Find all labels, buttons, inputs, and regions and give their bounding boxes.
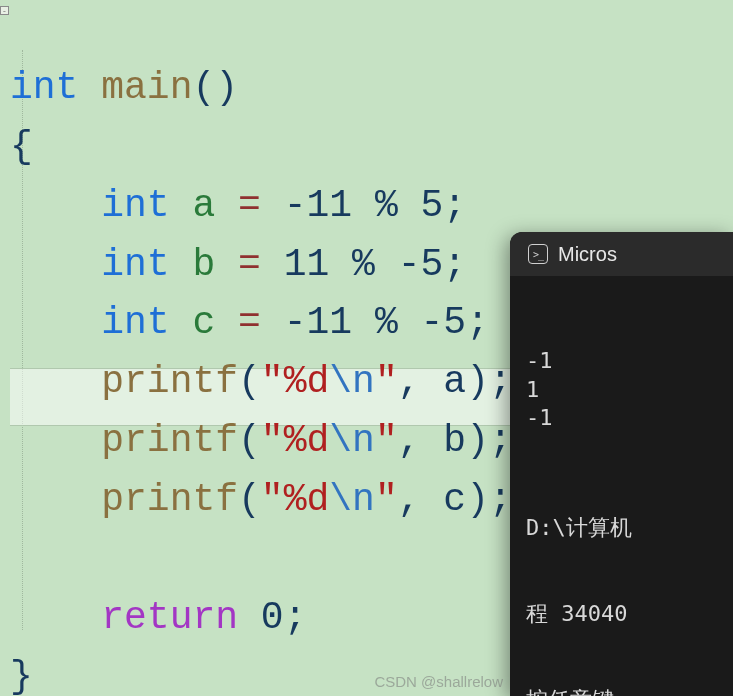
terminal-prompt: 按任意键 [526, 686, 717, 696]
comma: , [398, 360, 444, 403]
string-quote: " [261, 360, 284, 403]
comma: , [398, 419, 444, 462]
keyword-int: int [101, 184, 169, 227]
keyword-int: int [101, 243, 169, 286]
semicolon: ; [443, 184, 466, 227]
argument: c [443, 478, 466, 521]
string-quote: " [375, 419, 398, 462]
operator: = [215, 184, 283, 227]
terminal-titlebar[interactable]: Micros [510, 232, 733, 276]
escape-sequence: \n [329, 419, 375, 462]
semicolon: ; [466, 301, 489, 344]
terminal-icon [528, 244, 548, 264]
terminal-output: -1 1 -1 [526, 347, 717, 433]
semicolon: ; [284, 596, 307, 639]
variable-b: b [192, 243, 215, 286]
paren-open: ( [238, 360, 261, 403]
semicolon: ; [489, 360, 512, 403]
variable-a: a [192, 184, 215, 227]
expression: -11 % 5 [284, 184, 444, 227]
format-string: %d [284, 360, 330, 403]
function-printf: printf [101, 478, 238, 521]
paren-open: ( [238, 478, 261, 521]
identifier-main: main [101, 66, 192, 109]
string-quote: " [375, 478, 398, 521]
operator: = [215, 301, 283, 344]
expression: 11 % -5 [284, 243, 444, 286]
string-quote: " [261, 419, 284, 462]
fold-minus-icon[interactable]: - [0, 6, 9, 15]
operator: = [215, 243, 283, 286]
paren-close: ) [466, 419, 489, 462]
format-string: %d [284, 478, 330, 521]
semicolon: ; [443, 243, 466, 286]
string-quote: " [375, 360, 398, 403]
escape-sequence: \n [329, 478, 375, 521]
terminal-window[interactable]: Micros -1 1 -1 D:\计算机 程 34040 按任意键 [510, 232, 733, 696]
terminal-title: Micros [558, 243, 617, 266]
escape-sequence: \n [329, 360, 375, 403]
variable-c: c [192, 301, 215, 344]
function-printf: printf [101, 360, 238, 403]
terminal-body[interactable]: -1 1 -1 D:\计算机 程 34040 按任意键 [510, 276, 733, 696]
return-value: 0 [238, 596, 284, 639]
expression: -11 % -5 [284, 301, 466, 344]
string-quote: " [261, 478, 284, 521]
format-string: %d [284, 419, 330, 462]
brace-open: { [10, 125, 33, 168]
keyword-int: int [101, 301, 169, 344]
keyword-return: return [101, 596, 238, 639]
paren-open: ( [238, 419, 261, 462]
semicolon: ; [489, 419, 512, 462]
keyword-int: int [10, 66, 78, 109]
terminal-path: D:\计算机 [526, 514, 717, 543]
paren-close: ) [466, 360, 489, 403]
semicolon: ; [489, 478, 512, 521]
terminal-process: 程 34040 [526, 600, 717, 629]
gutter: - [0, 0, 10, 696]
parentheses: () [192, 66, 238, 109]
watermark: CSDN @shallrelow [374, 673, 503, 690]
comma: , [398, 478, 444, 521]
paren-close: ) [466, 478, 489, 521]
brace-close: } [10, 655, 33, 696]
code-content[interactable]: int main() { int a = -11 % 5; int b = 11… [10, 0, 512, 696]
function-printf: printf [101, 419, 238, 462]
argument: a [443, 360, 466, 403]
argument: b [443, 419, 466, 462]
